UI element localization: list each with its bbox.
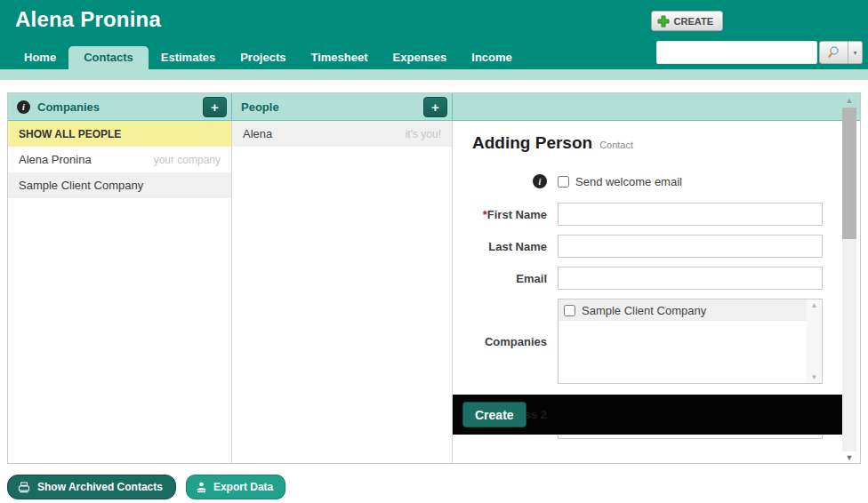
tab-contacts[interactable]: Contacts bbox=[68, 46, 149, 69]
people-panel-title: People bbox=[241, 100, 279, 114]
export-data-label: Export Data bbox=[213, 481, 273, 493]
plus-icon bbox=[657, 15, 670, 28]
people-panel: People + Alena it's you! bbox=[232, 93, 453, 463]
first-name-field[interactable] bbox=[558, 203, 823, 226]
form-subtitle: Contact bbox=[599, 140, 633, 150]
companies-row-alena-pronina[interactable]: Alena Pronina your company bbox=[8, 147, 231, 172]
send-welcome-email-label: Send welcome email bbox=[575, 175, 682, 188]
email-label: Email bbox=[462, 272, 547, 285]
search-options-button[interactable]: ▾ bbox=[848, 41, 863, 64]
last-name-field[interactable] bbox=[558, 235, 823, 258]
add-person-button[interactable]: + bbox=[423, 97, 447, 117]
search-button[interactable] bbox=[819, 41, 848, 64]
first-name-label: *First Name bbox=[462, 208, 547, 221]
form-action-bar: Address 2 Create bbox=[453, 395, 847, 435]
scroll-up-icon[interactable]: ▲ bbox=[842, 96, 856, 105]
chevron-down-icon: ▾ bbox=[853, 49, 856, 57]
companies-panel: i Companies + SHOW ALL PEOPLE Alena Pron… bbox=[8, 93, 232, 463]
form-heading: Adding Person Contact bbox=[472, 133, 860, 153]
info-icon: i bbox=[533, 174, 547, 188]
companies-label: Companies bbox=[462, 335, 547, 348]
company-option-label: Sample Client Company bbox=[582, 304, 706, 317]
tab-projects[interactable]: Projects bbox=[228, 46, 298, 69]
export-icon bbox=[196, 482, 207, 493]
form-title: Adding Person bbox=[472, 133, 592, 153]
footer-actions: Show Archived Contacts Export Data bbox=[7, 475, 868, 499]
list-item-label: Sample Client Company bbox=[19, 179, 143, 192]
company-option-checkbox[interactable] bbox=[564, 305, 575, 316]
companies-panel-header: i Companies + bbox=[8, 93, 232, 121]
email-field[interactable] bbox=[558, 267, 823, 290]
scroll-down-icon[interactable]: ▼ bbox=[807, 373, 822, 381]
list-item-label: Alena Pronina bbox=[19, 153, 92, 166]
archive-icon bbox=[18, 482, 30, 493]
tab-income[interactable]: Income bbox=[459, 46, 525, 69]
companies-list: SHOW ALL PEOPLE Alena Pronina your compa… bbox=[8, 121, 232, 463]
info-icon: i bbox=[17, 100, 30, 114]
companies-panel-title: Companies bbox=[37, 100, 100, 114]
tab-expenses[interactable]: Expenses bbox=[381, 46, 460, 69]
people-panel-header: People + bbox=[232, 93, 453, 121]
scroll-down-icon[interactable]: ▼ bbox=[842, 453, 856, 462]
scrollbar-thumb[interactable] bbox=[842, 108, 856, 239]
tab-home[interactable]: Home bbox=[12, 46, 68, 69]
tab-estimates[interactable]: Estimates bbox=[149, 46, 228, 69]
form-panel-header bbox=[453, 93, 860, 121]
list-item-label: SHOW ALL PEOPLE bbox=[19, 128, 121, 140]
header-accent-strip bbox=[0, 69, 868, 80]
list-item-label: Alena bbox=[243, 127, 272, 140]
last-name-label: Last Name bbox=[462, 240, 547, 253]
first-name-row: *First Name bbox=[453, 203, 860, 226]
send-welcome-email-checkbox[interactable] bbox=[558, 176, 569, 188]
search-icon bbox=[827, 45, 841, 60]
companies-row-sample-client[interactable]: Sample Client Company bbox=[8, 172, 231, 198]
people-list: Alena it's you! bbox=[232, 121, 453, 463]
contacts-panels: i Companies + SHOW ALL PEOPLE Alena Pron… bbox=[7, 92, 861, 464]
company-option-sample-client[interactable]: Sample Client Company bbox=[559, 299, 807, 321]
companies-multiselect: Sample Client Company ▲ ▼ bbox=[558, 299, 823, 384]
form-create-button[interactable]: Create bbox=[462, 402, 526, 427]
scrollbar-track[interactable] bbox=[842, 108, 856, 451]
row-note: it's you! bbox=[406, 128, 441, 140]
person-form-panel: Adding Person Contact i Send welcome ema… bbox=[453, 93, 860, 463]
add-company-button[interactable]: + bbox=[203, 97, 227, 117]
show-archived-contacts-button[interactable]: Show Archived Contacts bbox=[7, 475, 176, 499]
export-data-button[interactable]: Export Data bbox=[186, 475, 285, 499]
multiselect-scrollbar[interactable]: ▲ ▼ bbox=[807, 299, 822, 383]
main-nav: Home Contacts Estimates Projects Timeshe… bbox=[12, 46, 525, 69]
form-scrollbar[interactable]: ▲ ▼ bbox=[842, 93, 856, 463]
create-button[interactable]: CREATE bbox=[651, 11, 723, 31]
row-note: your company bbox=[154, 154, 221, 166]
tab-timesheet[interactable]: Timesheet bbox=[298, 46, 380, 69]
welcome-email-row: i Send welcome email bbox=[453, 174, 860, 188]
content-area: i Companies + SHOW ALL PEOPLE Alena Pron… bbox=[0, 80, 868, 464]
scroll-up-icon[interactable]: ▲ bbox=[807, 301, 822, 309]
companies-row: Companies Sample Client Company ▲ ▼ bbox=[453, 299, 860, 384]
show-archived-contacts-label: Show Archived Contacts bbox=[37, 481, 163, 493]
search-input[interactable] bbox=[656, 41, 817, 64]
email-row: Email bbox=[453, 267, 860, 290]
app-header: Alena Pronina CREATE ▾ Home Contacts Est… bbox=[0, 0, 868, 69]
companies-row-show-all[interactable]: SHOW ALL PEOPLE bbox=[8, 121, 231, 147]
page-title: Alena Pronina bbox=[15, 7, 161, 32]
search-bar: ▾ bbox=[656, 41, 863, 64]
last-name-row: Last Name bbox=[453, 235, 860, 258]
people-row-alena[interactable]: Alena it's you! bbox=[232, 121, 452, 147]
create-button-label: CREATE bbox=[674, 16, 713, 27]
